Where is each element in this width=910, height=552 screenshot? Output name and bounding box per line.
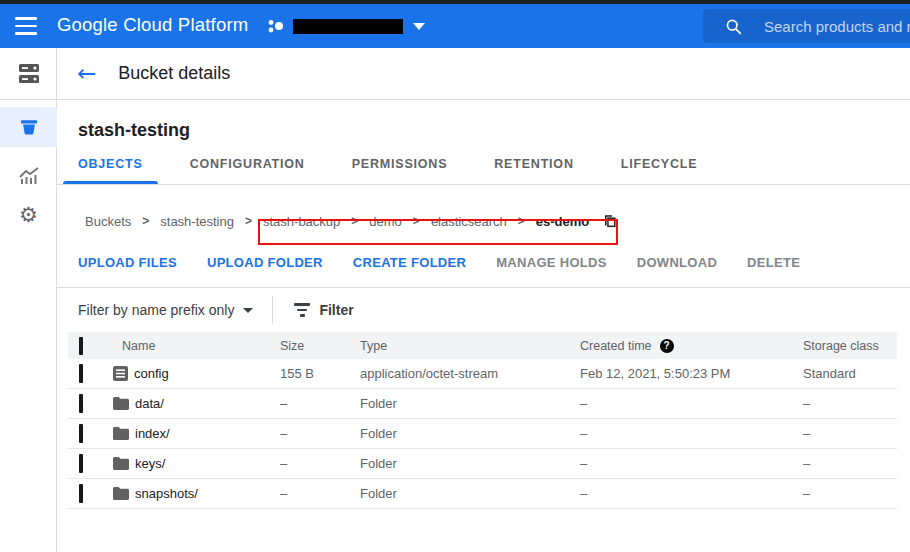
chevron-right-icon: >	[142, 214, 149, 228]
filter-mode-label: Filter by name prefix only	[78, 302, 234, 318]
column-header-created-time[interactable]: Created time ?	[580, 339, 803, 353]
search-input[interactable]	[764, 18, 910, 35]
gcp-console-page: Google Cloud Platform	[0, 0, 910, 552]
cell-size: –	[280, 456, 360, 471]
column-header-name[interactable]: Name	[110, 339, 280, 353]
cell-size: –	[280, 396, 360, 411]
server-rack-icon	[17, 63, 41, 85]
page-title: Bucket details	[118, 63, 230, 84]
manage-holds-button[interactable]: MANAGE HOLDS	[496, 255, 607, 270]
sidebar-item-settings[interactable]: ⚙	[0, 200, 57, 228]
cell-type: Folder	[360, 486, 580, 501]
cell-storage-class: –	[803, 486, 897, 501]
cell-type: application/octet-stream	[360, 366, 580, 381]
chevron-right-icon: >	[413, 214, 420, 228]
download-button[interactable]: DOWNLOAD	[637, 255, 717, 270]
main-content: ← Bucket details stash-testing OBJECTS C…	[57, 48, 910, 552]
app-bar: Google Cloud Platform	[0, 4, 910, 48]
tab-retention[interactable]: RETENTION	[494, 157, 573, 184]
chevron-down-icon	[243, 308, 253, 313]
product-name: Google Cloud Platform	[57, 14, 248, 36]
create-folder-button[interactable]: CREATE FOLDER	[353, 255, 466, 270]
table-row: keys/ – Folder – –	[68, 449, 897, 479]
column-header-storage-class[interactable]: Storage class	[803, 339, 897, 353]
file-icon	[113, 366, 128, 381]
object-link[interactable]: keys/	[135, 456, 165, 471]
object-link[interactable]: index/	[135, 426, 170, 441]
breadcrumb-buckets[interactable]: Buckets	[85, 214, 131, 229]
menu-icon[interactable]	[15, 17, 37, 35]
folder-icon	[113, 487, 129, 500]
filter-button-label: Filter	[319, 302, 353, 318]
breadcrumb-stash-backup[interactable]: stash-backup	[263, 214, 340, 229]
chevron-down-icon	[413, 23, 425, 30]
sidebar-item-instances[interactable]	[0, 48, 57, 100]
table-header-row: Name Size Type Created time ? Storage cl…	[68, 332, 897, 359]
help-icon[interactable]: ?	[660, 339, 674, 353]
table-row: index/ – Folder – –	[68, 419, 897, 449]
filter-button[interactable]: Filter	[294, 302, 353, 318]
funnel-icon	[294, 303, 310, 316]
breadcrumb: Buckets > stash-testing > stash-backup >…	[57, 210, 910, 232]
object-link[interactable]: config	[134, 366, 169, 381]
folder-icon	[113, 457, 129, 470]
search-icon	[725, 18, 742, 35]
cell-storage-class: –	[803, 426, 897, 441]
gear-icon: ⚙	[19, 204, 38, 225]
breadcrumb-elasticsearch[interactable]: elasticsearch	[431, 214, 507, 229]
cell-created: –	[580, 486, 803, 501]
column-header-type[interactable]: Type	[360, 339, 580, 353]
cell-created: –	[580, 426, 803, 441]
row-checkbox[interactable]	[79, 484, 83, 503]
breadcrumb-demo[interactable]: demo	[369, 214, 402, 229]
divider	[272, 296, 273, 324]
folder-icon	[113, 397, 129, 410]
upload-files-button[interactable]: UPLOAD FILES	[78, 255, 177, 270]
object-actions-toolbar: UPLOAD FILES UPLOAD FOLDER CREATE FOLDER…	[57, 253, 910, 271]
tab-permissions[interactable]: PERMISSIONS	[352, 157, 448, 184]
project-icon	[267, 18, 284, 35]
select-all-checkbox[interactable]	[79, 337, 83, 355]
cell-created: Feb 12, 2021, 5:50:23 PM	[580, 366, 803, 381]
upload-folder-button[interactable]: UPLOAD FOLDER	[207, 255, 323, 270]
project-switcher[interactable]	[267, 12, 425, 40]
breadcrumb-es-demo: es-demo	[536, 214, 589, 229]
tab-lifecycle[interactable]: LIFECYCLE	[621, 157, 698, 184]
breadcrumb-stash-testing[interactable]: stash-testing	[160, 214, 234, 229]
tab-bar: OBJECTS CONFIGURATION PERMISSIONS RETENT…	[57, 157, 910, 185]
line-chart-icon	[18, 166, 40, 186]
cell-storage-class: Standard	[803, 366, 897, 381]
object-link[interactable]: snapshots/	[135, 486, 198, 501]
row-checkbox[interactable]	[79, 424, 83, 443]
bucket-name-title: stash-testing	[78, 120, 910, 141]
table-row: snapshots/ – Folder – –	[68, 479, 897, 509]
cell-storage-class: –	[803, 396, 897, 411]
row-checkbox[interactable]	[79, 454, 83, 473]
cell-size: 155 B	[280, 366, 360, 381]
sidebar-item-monitoring[interactable]	[0, 162, 57, 190]
cell-size: –	[280, 426, 360, 441]
object-link[interactable]: data/	[135, 396, 164, 411]
copy-icon[interactable]	[602, 213, 617, 229]
chevron-right-icon: >	[351, 214, 358, 228]
sidebar-item-storage-browser[interactable]	[0, 107, 57, 147]
bucket-icon	[18, 116, 40, 138]
filter-mode-dropdown[interactable]: Filter by name prefix only	[78, 302, 253, 318]
tab-configuration[interactable]: CONFIGURATION	[190, 157, 305, 184]
table-row: data/ – Folder – –	[68, 389, 897, 419]
cell-created: –	[580, 456, 803, 471]
folder-icon	[113, 427, 129, 440]
row-checkbox[interactable]	[79, 364, 83, 383]
cell-type: Folder	[360, 426, 580, 441]
tab-objects[interactable]: OBJECTS	[78, 157, 143, 184]
chevron-right-icon: >	[245, 214, 252, 228]
filter-row: Filter by name prefix only Filter	[57, 288, 910, 332]
column-header-size[interactable]: Size	[280, 339, 360, 353]
project-name-redacted	[293, 19, 403, 34]
cell-created: –	[580, 396, 803, 411]
search-bar[interactable]	[703, 9, 910, 43]
row-checkbox[interactable]	[79, 394, 83, 413]
delete-button[interactable]: DELETE	[747, 255, 800, 270]
cell-storage-class: –	[803, 456, 897, 471]
back-arrow-icon[interactable]: ←	[77, 62, 96, 85]
